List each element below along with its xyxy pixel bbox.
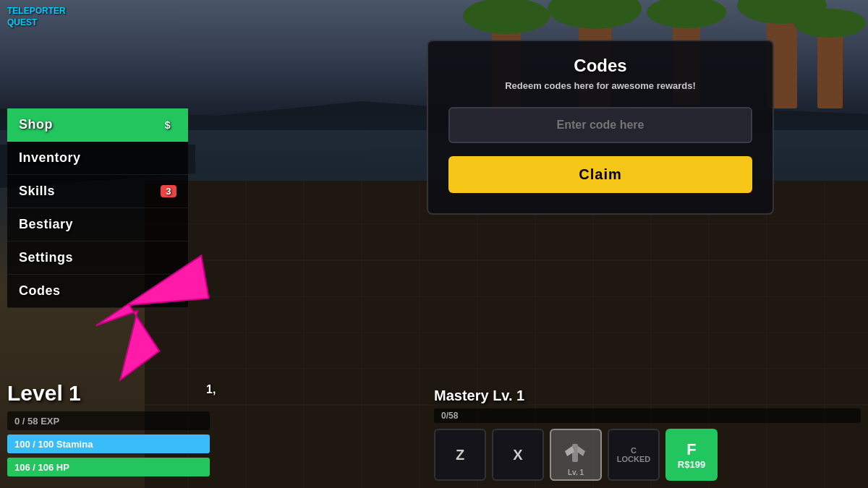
codes-modal-subtitle: Redeem codes here for awesome rewards! <box>448 80 752 91</box>
skill-slot-c[interactable]: C LOCKED <box>608 429 660 481</box>
stamina-text: 100 / 100 Stamina <box>14 439 93 450</box>
menu-codes-label: Codes <box>19 283 61 299</box>
menu-shop-label: Shop <box>19 117 53 132</box>
left-menu: Shop $ Inventory Skills 3 Bestiary Setti… <box>7 108 188 308</box>
codes-modal-title: Codes <box>448 56 752 76</box>
exp-text: 0 / 58 EXP <box>14 416 59 427</box>
skills-badge: 3 <box>161 185 176 197</box>
menu-bestiary-label: Bestiary <box>19 217 73 232</box>
quest-label[interactable]: QUEST <box>7 17 66 27</box>
hp-container: 106 / 106 HP <box>7 458 210 476</box>
code-input[interactable] <box>448 107 752 143</box>
skill-c-locked: LOCKED <box>617 455 650 463</box>
exp-container: 0 / 58 EXP <box>7 411 210 430</box>
robux-f-label: F <box>686 440 696 459</box>
mastery-title: Mastery Lv. 1 <box>434 388 861 404</box>
menu-item-settings[interactable]: Settings <box>7 241 188 275</box>
hp-bar: 106 / 106 HP <box>7 458 210 476</box>
codes-modal: Codes Redeem codes here for awesome rewa… <box>427 40 774 215</box>
skill-slot-x[interactable]: X <box>492 429 544 481</box>
svg-rect-30 <box>572 444 578 462</box>
menu-item-codes[interactable]: Codes <box>7 275 188 308</box>
skill-icon <box>561 440 590 469</box>
menu-item-skills[interactable]: Skills 3 <box>7 175 188 208</box>
skill-slot-active[interactable]: Lv. 1 <box>550 429 602 481</box>
claim-button[interactable]: Claim <box>448 156 752 193</box>
menu-item-inventory[interactable]: Inventory <box>7 142 188 175</box>
stamina-bar: 100 / 100 Stamina <box>7 435 210 453</box>
menu-item-bestiary[interactable]: Bestiary <box>7 208 188 241</box>
skill-slots: Z X Lv. 1 C LOCKED F R$199 <box>434 429 861 481</box>
menu-settings-label: Settings <box>19 250 73 265</box>
menu-inventory-label: Inventory <box>19 150 81 166</box>
mastery-panel: Mastery Lv. 1 0/58 Z X Lv. 1 C LOCKED F <box>434 388 861 481</box>
robux-price: R$199 <box>678 459 705 470</box>
stamina-container: 100 / 100 Stamina <box>7 435 210 453</box>
svg-marker-32 <box>577 446 585 456</box>
skill-c-key: C <box>631 446 637 455</box>
skill-level-label: Lv. 1 <box>568 468 584 476</box>
robux-button[interactable]: F R$199 <box>665 429 718 481</box>
mastery-progress: 0/58 <box>434 408 861 423</box>
skill-slot-z[interactable]: Z <box>434 429 486 481</box>
player-stats: Level 1 0 / 58 EXP 100 / 100 Stamina 106… <box>7 381 210 481</box>
teleporter-label[interactable]: TELEPORTER <box>7 6 66 16</box>
skill-x-key: X <box>513 447 522 463</box>
skill-z-key: Z <box>456 447 464 463</box>
shop-badge: $ <box>159 118 176 132</box>
menu-skills-label: Skills <box>19 184 55 199</box>
level-label: Level 1 <box>7 381 210 406</box>
hud-panel: TELEPORTER QUEST <box>7 6 66 29</box>
hp-text: 106 / 106 HP <box>14 462 69 473</box>
menu-item-shop[interactable]: Shop $ <box>7 108 188 142</box>
